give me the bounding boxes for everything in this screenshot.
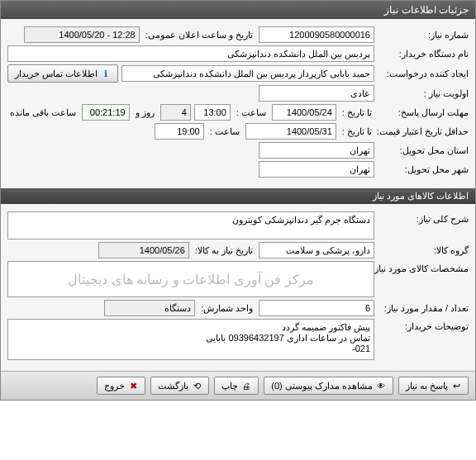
creator-field: حمید بابایی کارپرداز پردیس بین الملل دان…	[121, 65, 374, 82]
creator-label: ایجاد کننده درخواست:	[378, 69, 469, 79]
min-valid-date-field: 1400/05/31	[245, 123, 336, 140]
announce-field: 12:28 - 1400/05/20	[24, 26, 140, 43]
info-icon	[101, 69, 111, 78]
announce-label: تاریخ و ساعت اعلان عمومی:	[143, 30, 255, 40]
priority-field: عادی	[259, 85, 374, 102]
time-label-1: ساعت :	[234, 107, 269, 118]
back-label: بازگشت	[158, 381, 188, 391]
buyer-notes-label: توضیحات خریدار:	[378, 319, 469, 332]
window-title: جزئیات اطلاعات نیاز	[384, 4, 469, 16]
goods-section: شرح کلی نیاز: دستگاه جرم گیر دندانپزشکی …	[1, 204, 475, 371]
need-number-field: 1200090580000016	[259, 26, 374, 43]
exit-icon	[128, 381, 138, 391]
attachments-label: مشاهده مدارک پیوستی (0)	[271, 381, 373, 391]
to-date-label-1: تا تاریخ :	[340, 107, 374, 118]
buyer-contact-label: اطلاعات تماس خریدار	[15, 69, 98, 79]
buyer-contact-button[interactable]: اطلاعات تماس خریدار	[7, 64, 118, 83]
reply-icon	[451, 381, 461, 391]
min-valid-time-field: 19:00	[155, 123, 204, 140]
city-label: شهر محل تحویل:	[378, 164, 469, 175]
province-field: تهران	[259, 142, 374, 159]
days-label: روز و	[133, 107, 157, 118]
group-field: دارو، پزشکی و سلامت	[259, 242, 374, 258]
group-label: گروه کالا:	[378, 245, 469, 256]
goods-section-header: اطلاعات کالاهای مورد نیاز	[1, 188, 475, 204]
unit-field: دستگاه	[104, 300, 195, 316]
days-remain-field: 4	[160, 104, 191, 121]
deadline-date-field: 1400/05/24	[272, 104, 336, 121]
city-field: تهران	[259, 161, 374, 178]
need-date-field: 1400/05/26	[98, 242, 189, 258]
back-icon	[192, 381, 202, 391]
qty-label: تعداد / مقدار مورد نیاز:	[378, 303, 469, 314]
spec-field: مرکز فن آوری اطلاعات و رسانه های دیجیتال	[7, 261, 374, 297]
buyer-field: پردیس بین الملل دانشکده دندانپزشکی	[7, 45, 374, 62]
print-icon	[241, 381, 251, 391]
spec-label: مشخصات کالای مورد نیاز:	[378, 261, 469, 274]
window-titlebar: جزئیات اطلاعات نیاز	[1, 1, 475, 19]
exit-button[interactable]: خروج	[97, 377, 145, 395]
qty-field: 6	[259, 300, 374, 316]
eye-icon	[376, 381, 386, 391]
need-date-label: تاریخ نیاز به کالا:	[193, 245, 255, 256]
desc-label: شرح کلی نیاز:	[378, 211, 469, 225]
need-number-label: شماره نیاز:	[378, 30, 469, 40]
priority-label: اولویت نیاز :	[378, 88, 469, 99]
remain-label: ساعت باقی مانده	[7, 107, 79, 118]
need-details-window: جزئیات اطلاعات نیاز شماره نیاز: 12000905…	[0, 0, 476, 401]
remain-time-field: 00:21:19	[82, 104, 130, 121]
reply-label: پاسخ به نیاز	[406, 381, 448, 391]
desc-field: دستگاه جرم گیر دندانپزشکی کویترون	[7, 211, 374, 239]
buyer-label: نام دستگاه خریدار:	[378, 49, 469, 59]
time-label-2: ساعت :	[207, 126, 242, 137]
bottom-toolbar: پاسخ به نیاز مشاهده مدارک پیوستی (0) چاپ…	[1, 371, 475, 400]
exit-label: خروج	[104, 381, 125, 391]
unit-label: واحد شمارش:	[198, 303, 255, 314]
back-button[interactable]: بازگشت	[150, 377, 209, 395]
goods-section-title: اطلاعات کالاهای مورد نیاز	[373, 191, 469, 201]
print-button[interactable]: چاپ	[214, 377, 259, 395]
need-info-section: شماره نیاز: 1200090580000016 تاریخ و ساع…	[1, 19, 475, 188]
deadline-time-field: 13:00	[194, 104, 231, 121]
print-label: چاپ	[221, 381, 238, 391]
buyer-notes-field: پیش فاکتور ضمیمه گردد تماس در ساعات ادار…	[7, 319, 374, 360]
reply-button[interactable]: پاسخ به نیاز	[398, 377, 469, 395]
min-valid-label: حداقل تاریخ اعتبار قیمت:	[378, 126, 469, 137]
attachments-button[interactable]: مشاهده مدارک پیوستی (0)	[264, 377, 393, 395]
deadline-reply-label: مهلت ارسال پاسخ:	[378, 107, 469, 118]
to-date-label-2: تا تاریخ :	[340, 126, 374, 137]
province-label: استان محل تحویل:	[378, 145, 469, 156]
